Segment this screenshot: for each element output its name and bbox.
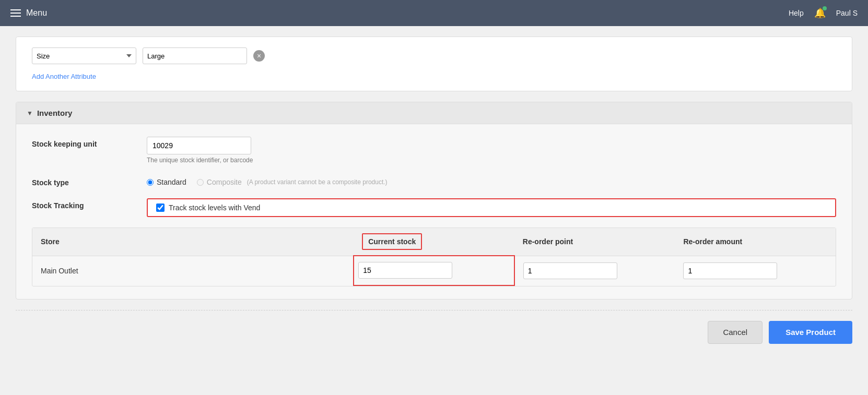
current-stock-column-header: Current stock [354, 228, 514, 256]
stock-type-standard-option[interactable]: Standard [147, 178, 186, 186]
menu-icon[interactable] [10, 9, 21, 17]
reorder-point-column-header: Re-order point [514, 228, 675, 256]
stock-type-row: Stock type Standard Composite (A product… [32, 175, 836, 187]
track-stock-checkbox-area[interactable]: Track stock levels with Vend [147, 198, 836, 217]
notification-dot [823, 6, 827, 10]
stock-type-composite-note: (A product variant cannot be a composite… [247, 178, 388, 186]
store-name-cell: Main Outlet [32, 256, 354, 285]
attribute-value-input[interactable] [143, 47, 247, 64]
cancel-button[interactable]: Cancel [708, 321, 763, 344]
reorder-amount-column-header: Re-order amount [675, 228, 836, 256]
inventory-section-title: Inventory [37, 109, 73, 117]
reorder-amount-cell [675, 256, 836, 285]
inventory-section-header: ▼ Inventory [16, 102, 852, 124]
remove-attribute-button[interactable]: × [253, 50, 265, 62]
inventory-card: ▼ Inventory Stock keeping unit The uniqu… [16, 102, 852, 300]
current-stock-cell [354, 256, 514, 285]
stock-type-composite-radio[interactable] [197, 179, 204, 186]
sku-row: Stock keeping unit The unique stock iden… [32, 137, 836, 164]
current-stock-header-text: Current stock [362, 233, 422, 250]
attribute-row: Size Color Material × [32, 47, 836, 64]
stock-type-standard-radio[interactable] [147, 179, 154, 186]
add-another-attribute-link[interactable]: Add Another Attribute [32, 73, 96, 80]
track-stock-label: Track stock levels with Vend [169, 204, 260, 212]
reorder-point-cell [514, 256, 675, 285]
footer-actions: Cancel Save Product [16, 310, 852, 354]
sku-field: The unique stock identifier, or barcode [147, 137, 836, 164]
attributes-card: Size Color Material × Add Another Attrib… [16, 37, 852, 91]
store-column-header: Store [32, 228, 354, 256]
menu-label[interactable]: Menu [26, 8, 47, 18]
stock-type-standard-label: Standard [157, 178, 186, 186]
main-content: Size Color Material × Add Another Attrib… [0, 26, 868, 365]
sku-input[interactable] [147, 137, 251, 154]
notification-bell[interactable]: 🔔 [814, 7, 826, 19]
reorder-point-input[interactable] [523, 262, 617, 279]
chevron-down-icon: ▼ [27, 110, 33, 117]
user-menu[interactable]: Paul S [836, 9, 858, 17]
inventory-body: Stock keeping unit The unique stock iden… [16, 124, 852, 299]
store-table-header-row: Store Current stock Re-order point Re-or… [32, 228, 836, 256]
table-row: Main Outlet [32, 256, 836, 285]
stock-tracking-field: Track stock levels with Vend [147, 198, 836, 217]
stock-tracking-row: Stock Tracking Track stock levels with V… [32, 198, 836, 217]
stock-tracking-label: Stock Tracking [32, 198, 147, 210]
reorder-amount-input[interactable] [683, 262, 777, 279]
stock-type-composite-option[interactable]: Composite (A product variant cannot be a… [197, 178, 388, 186]
sku-label: Stock keeping unit [32, 137, 147, 148]
store-table-wrapper: Store Current stock Re-order point Re-or… [32, 228, 836, 286]
save-product-button[interactable]: Save Product [769, 321, 852, 344]
stock-type-label: Stock type [32, 175, 147, 187]
current-stock-input[interactable] [358, 262, 452, 279]
help-link[interactable]: Help [789, 9, 804, 17]
stock-type-composite-label: Composite [207, 178, 242, 186]
track-stock-checkbox[interactable] [156, 204, 165, 212]
header: Menu Help 🔔 Paul S [0, 0, 868, 26]
sku-hint: The unique stock identifier, or barcode [147, 157, 836, 164]
attribute-select[interactable]: Size Color Material [32, 47, 136, 64]
header-left: Menu [10, 8, 47, 18]
header-right: Help 🔔 Paul S [789, 7, 858, 19]
stock-type-field: Standard Composite (A product variant ca… [147, 175, 836, 186]
store-table: Store Current stock Re-order point Re-or… [32, 228, 836, 286]
